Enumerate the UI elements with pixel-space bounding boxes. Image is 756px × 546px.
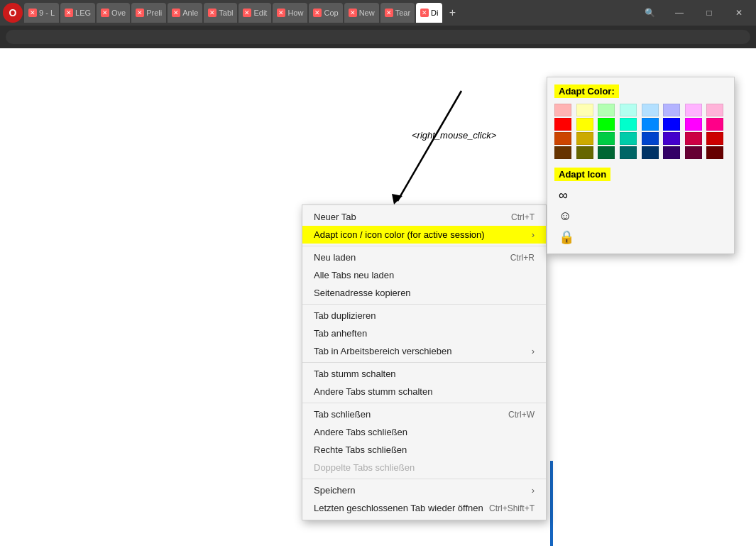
browser-tab-tab12[interactable]: ✕Di xyxy=(416,3,442,23)
opera-button[interactable]: O xyxy=(3,3,23,23)
color-swatch[interactable] xyxy=(576,104,593,116)
window-controls: 🔍 — □ ✕ xyxy=(635,3,753,23)
color-swatch[interactable] xyxy=(685,132,702,145)
menu-item-reopen[interactable]: Letzten geschlossenen Tab wieder öffnenC… xyxy=(302,499,546,517)
browser-tab-tab3[interactable]: ✕Ove xyxy=(97,3,130,23)
adapt-color-title: Adapt Color: xyxy=(554,84,619,98)
tab-bar: O ✕9 - L✕LEG✕Ove✕Preli✕Anle✕Tabl✕Edit✕Ho… xyxy=(0,0,756,26)
menu-item-save[interactable]: Speichern› xyxy=(302,481,546,499)
minimize-ctrl[interactable]: — xyxy=(665,3,694,23)
browser-tab-tab10[interactable]: ✕New xyxy=(344,3,379,23)
browser-tab-tab6[interactable]: ✕Tabl xyxy=(204,3,237,23)
tab-label: Cop xyxy=(324,9,338,17)
menu-item-close-others[interactable]: Andere Tabs schließen xyxy=(302,423,546,441)
tab-favicon: ✕ xyxy=(28,9,37,17)
menu-item-new-tab[interactable]: Neuer TabCtrl+T xyxy=(302,208,546,226)
color-swatch[interactable] xyxy=(706,118,723,131)
maximize-ctrl[interactable]: □ xyxy=(695,3,723,23)
menu-separator xyxy=(302,304,546,305)
browser-tab-tab2[interactable]: ✕LEG xyxy=(60,3,95,23)
menu-item-reload[interactable]: Neu ladenCtrl+R xyxy=(302,249,546,266)
menu-separator xyxy=(302,246,546,246)
color-swatch[interactable] xyxy=(598,146,615,159)
color-swatch[interactable] xyxy=(685,118,702,131)
adapt-icon-option[interactable]: ∞ xyxy=(557,187,727,204)
color-swatch[interactable] xyxy=(663,146,680,159)
tab-label: Ove xyxy=(111,9,126,17)
color-swatch[interactable] xyxy=(685,146,702,159)
icon-options: ∞☺🔒 xyxy=(554,187,727,246)
context-menu: Neuer TabCtrl+TAdapt icon / icon color (… xyxy=(302,204,547,520)
color-swatch[interactable] xyxy=(598,118,615,131)
color-swatch[interactable] xyxy=(706,104,723,116)
menu-item-label: Speichern xyxy=(314,485,356,496)
color-swatch[interactable] xyxy=(685,104,702,116)
menu-item-duplicate[interactable]: Tab duplizieren xyxy=(302,307,546,324)
color-swatch[interactable] xyxy=(554,118,571,131)
menu-item-move-workspace[interactable]: Tab in Arbeitsbereich verschieben› xyxy=(302,342,546,360)
color-swatch[interactable] xyxy=(663,104,680,116)
color-swatch[interactable] xyxy=(576,132,593,145)
browser-tab-tab11[interactable]: ✕Tear xyxy=(380,3,415,23)
menu-item-label: Neuer Tab xyxy=(314,212,356,222)
menu-item-mute[interactable]: Tab stumm schalten xyxy=(302,365,546,383)
adapt-icon-section: Adapt Icon ∞☺🔒 xyxy=(554,168,727,246)
menu-item-reload-all[interactable]: Alle Tabs neu laden xyxy=(302,266,546,284)
menu-item-mute-others[interactable]: Andere Tabs stumm schalten xyxy=(302,383,546,400)
search-ctrl[interactable]: 🔍 xyxy=(635,3,664,23)
menu-item-copy-url[interactable]: Seitenadresse kopieren xyxy=(302,284,546,302)
color-swatch[interactable] xyxy=(620,146,637,159)
browser-tab-tab4[interactable]: ✕Preli xyxy=(131,3,166,23)
color-swatch[interactable] xyxy=(642,118,659,131)
color-swatch[interactable] xyxy=(663,132,680,145)
browser-tab-tab8[interactable]: ✕How xyxy=(273,3,307,23)
menu-item-close-duplicates: Doppelte Tabs schließen xyxy=(302,459,546,476)
color-swatch[interactable] xyxy=(642,146,659,159)
tab-favicon: ✕ xyxy=(385,9,393,17)
browser-tab-tab7[interactable]: ✕Edit xyxy=(239,3,271,23)
svg-marker-1 xyxy=(392,194,402,204)
color-swatch[interactable] xyxy=(554,104,571,116)
adapt-icon-option[interactable]: ☺ xyxy=(557,207,727,225)
tab-favicon: ✕ xyxy=(313,9,322,17)
menu-item-label: Tab schließen xyxy=(314,409,371,420)
color-swatch[interactable] xyxy=(554,146,571,159)
tab-favicon: ✕ xyxy=(243,9,251,17)
color-swatch[interactable] xyxy=(554,132,571,145)
menu-item-close-tab[interactable]: Tab schließenCtrl+W xyxy=(302,405,546,423)
menu-item-arrow: › xyxy=(532,485,535,496)
menu-item-label: Seitenadresse kopieren xyxy=(314,288,411,298)
toolbar-bar xyxy=(0,26,756,48)
tab-label: LEG xyxy=(75,9,91,17)
color-swatch[interactable] xyxy=(620,104,637,116)
tab-favicon: ✕ xyxy=(420,9,429,17)
color-swatch[interactable] xyxy=(576,146,593,159)
tab-label: How xyxy=(287,9,303,17)
browser-tab-tab1[interactable]: ✕9 - L xyxy=(24,3,59,23)
adapt-icon-option[interactable]: 🔒 xyxy=(557,228,727,246)
tab-label: New xyxy=(359,9,375,17)
browser-tab-tab9[interactable]: ✕Cop xyxy=(309,3,342,23)
color-swatch[interactable] xyxy=(642,132,659,145)
color-swatch[interactable] xyxy=(642,104,659,116)
tab-label: Edit xyxy=(253,9,267,17)
main-content: <right_mouse_click> New✕ Tear✕ Di 🔍 — □ … xyxy=(0,48,756,546)
color-swatch[interactable] xyxy=(598,132,615,145)
color-swatch[interactable] xyxy=(576,118,593,131)
tab-favicon: ✕ xyxy=(172,9,180,17)
browser-tab-tab5[interactable]: ✕Anle xyxy=(168,3,202,23)
color-swatch[interactable] xyxy=(663,118,680,131)
color-swatch[interactable] xyxy=(706,146,723,159)
color-swatch[interactable] xyxy=(620,118,637,131)
close-ctrl[interactable]: ✕ xyxy=(725,3,753,23)
color-swatch[interactable] xyxy=(620,132,637,145)
tab-favicon: ✕ xyxy=(101,9,109,17)
menu-item-close-right[interactable]: Rechte Tabs schließen xyxy=(302,441,546,459)
menu-item-adapt-icon[interactable]: Adapt icon / icon color (for active sess… xyxy=(302,226,546,244)
new-tab-button[interactable]: + xyxy=(444,4,461,21)
menu-item-pin[interactable]: Tab anheften xyxy=(302,324,546,342)
menu-item-label: Tab stumm schalten xyxy=(314,368,396,379)
color-swatch[interactable] xyxy=(706,132,723,145)
color-swatch[interactable] xyxy=(598,104,615,116)
scroll-indicator xyxy=(550,461,553,546)
